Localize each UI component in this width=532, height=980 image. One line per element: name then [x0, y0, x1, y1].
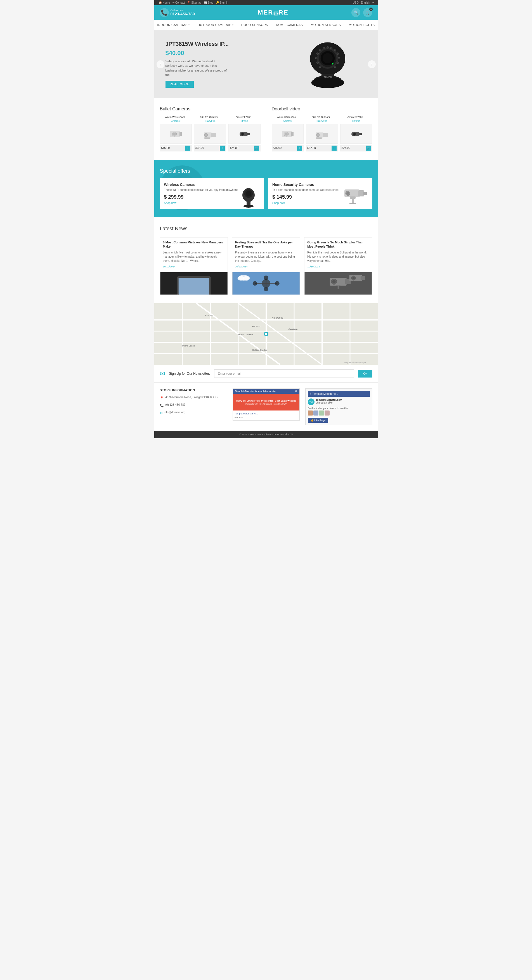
svg-point-9 — [319, 49, 321, 51]
nav-outdoor-cameras[interactable]: OUTDOOR CAMERAS ▾ — [193, 20, 237, 30]
header-actions: 🔍 🛒 0 — [351, 8, 372, 17]
friend-avatar — [314, 410, 319, 415]
product-cart-button[interactable]: 🛒 — [254, 146, 259, 151]
list-item: Amcrest 720p... Etronic $24.00 🛒 — [340, 116, 373, 151]
product-footer: $32.00 i — [194, 145, 226, 151]
footer-grid: STORE INFORMATION 📍 4576 Marmora Road, G… — [160, 388, 373, 425]
svg-point-7 — [323, 53, 333, 63]
svg-rect-60 — [349, 203, 356, 204]
product-name: Warm White Cool... — [272, 116, 304, 119]
product-info-button[interactable]: i — [220, 146, 225, 151]
news-content: 5 Most Common Mistakes New Managers Make… — [160, 237, 228, 272]
news-title: Latest News — [160, 226, 373, 232]
mail-icon: ✉ — [160, 370, 165, 377]
article-title: 5 Most Common Mistakes New Managers Make — [163, 240, 225, 249]
svg-rect-86 — [361, 276, 365, 280]
top-bar-right: USD English ▾ — [353, 1, 374, 4]
friend-avatar — [319, 410, 324, 415]
header: 📞 Call us now: 0123-456-789 MER◯RE 🔍 🛒 0 — [155, 5, 378, 20]
article-image — [304, 272, 372, 294]
svg-rect-56 — [358, 190, 364, 196]
svg-rect-83 — [336, 285, 341, 286]
svg-rect-30 — [204, 137, 210, 138]
list-item: Amcrest 720p... Etronic $24.00 🛒 — [228, 116, 261, 151]
phone-icon: 📞 — [160, 402, 164, 409]
svg-point-12 — [330, 47, 332, 49]
like-button[interactable]: 👍 Like Page — [308, 418, 370, 423]
svg-rect-44 — [359, 133, 362, 135]
blog-link[interactable]: 📰 Blog — [204, 1, 213, 4]
hero-prev-button[interactable]: ‹ — [156, 60, 164, 68]
products-section: Bullet Cameras Warm White Cool... Amcres… — [155, 98, 378, 160]
article-text: Learn which five most common mistakes a … — [163, 250, 225, 263]
svg-point-3 — [311, 77, 344, 88]
nav-indoor-cameras[interactable]: INDOOR CAMERAS ▾ — [155, 20, 194, 30]
social-page-name: TemplateMonster c... — [312, 392, 338, 395]
product-image — [194, 124, 226, 144]
svg-rect-59 — [352, 198, 354, 204]
newsletter-email-input[interactable] — [214, 369, 354, 378]
currency-selector[interactable]: USD — [353, 1, 359, 4]
news-content: Feeling Stressed? Try the One Joke per D… — [232, 237, 300, 272]
product-image — [306, 124, 338, 144]
svg-point-13 — [334, 49, 336, 51]
map-image: Hollywood Miramar Andover Miami Gardens … — [155, 303, 378, 365]
svg-point-29 — [204, 133, 208, 137]
product-cart-button[interactable]: 🛒 — [366, 146, 371, 151]
cart-button[interactable]: 🛒 0 — [363, 8, 372, 17]
promo-discount: #Template with 45% #Discount • goo.gl/5a… — [245, 403, 287, 405]
svg-point-19 — [315, 57, 317, 59]
product-price: $32.00 — [196, 146, 204, 150]
product-footer: $24.00 🛒 — [228, 145, 261, 151]
search-button[interactable]: 🔍 — [351, 8, 360, 17]
product-info-button[interactable]: i — [297, 146, 302, 151]
offers-row: Wireless Cameras These Wi-Fi connected c… — [160, 178, 373, 209]
hero-text: JPT3815W Wireless IP... $40.00 Safety is… — [166, 41, 229, 88]
sitemap-link[interactable]: 📍 Sitemap — [187, 1, 201, 4]
logo[interactable]: MER◯RE — [258, 9, 288, 16]
hero-next-button[interactable]: › — [368, 60, 376, 68]
close-icon[interactable]: ✕ — [295, 390, 297, 393]
svg-text:Golden Glades: Golden Glades — [252, 349, 267, 351]
product-brand: Etronic — [340, 119, 373, 123]
svg-rect-32 — [247, 133, 250, 135]
nav-door-sensors[interactable]: DOOR SENSORS — [237, 20, 272, 30]
nav-motion-lights[interactable]: MOTION LIGHTS — [345, 20, 377, 30]
newsletter-submit-button[interactable]: Ok — [358, 370, 372, 377]
signin-link[interactable]: 🔑 Sign in — [215, 1, 228, 4]
home-link[interactable]: 🏠 Home — [159, 1, 170, 4]
product-info-button[interactable]: i — [185, 146, 190, 151]
newsletter-label: Sign Up for Our Newsletter: — [169, 372, 210, 375]
svg-text:Miramar: Miramar — [205, 314, 213, 316]
special-offers-section: Special offers Wireless Cameras These Wi… — [155, 160, 378, 217]
article-title: Feeling Stressed? Try the One Joke per D… — [235, 240, 297, 249]
store-email: info@domain.org — [164, 410, 185, 415]
svg-text:Miami Gardens: Miami Gardens — [238, 333, 253, 336]
offer-product-image — [339, 181, 370, 207]
bottom-footer: © 2016 - Ecommerce software by PrestaSho… — [155, 431, 378, 438]
special-offers-title: Special offers — [160, 168, 373, 174]
svg-point-62 — [346, 192, 349, 195]
facebook-like-button[interactable]: 👍 Like Page — [308, 418, 328, 423]
svg-rect-84 — [338, 286, 339, 289]
social-post: TM TemplateMonster.com shared an offer — [308, 398, 370, 405]
hero-read-more-button[interactable]: READ MORE — [166, 81, 194, 88]
product-name: Amcrest 720p... — [340, 116, 373, 119]
svg-point-8 — [317, 52, 319, 54]
product-name: 80 LED Outdoor... — [194, 116, 226, 119]
svg-text:Aventura: Aventura — [288, 328, 298, 330]
product-brand: Etronic — [228, 119, 261, 123]
nav-dome-cameras[interactable]: DOME CAMERAS — [272, 20, 307, 30]
nav-motion-sensors[interactable]: MOTION SENSORS — [307, 20, 345, 30]
language-selector[interactable]: English — [361, 1, 370, 4]
product-info-button[interactable]: i — [331, 146, 336, 151]
article-date: 10/10/2014 — [235, 265, 297, 268]
post-action: shared an offer — [316, 401, 342, 404]
email-icon: ✉ — [160, 410, 162, 416]
contact-link[interactable]: ✉ Contact — [172, 1, 185, 4]
phone-label: Call us now: — [170, 9, 195, 12]
phone-number: 0123-456-789 — [170, 12, 195, 16]
product-footer: $16.00 i — [272, 145, 304, 151]
camera-illustration: TENVIS — [297, 38, 358, 89]
svg-text:TENVIS: TENVIS — [323, 76, 332, 78]
